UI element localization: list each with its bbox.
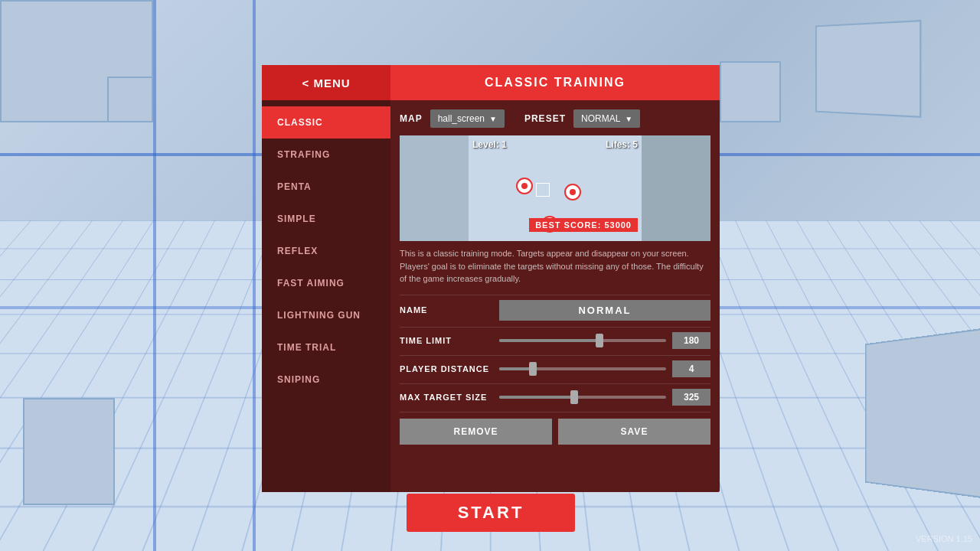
chevron-down-icon: ▼ — [489, 115, 497, 123]
sidebar: CLASSICSTRAFINGPENTASIMPLEREFLEXFAST AIM… — [262, 100, 390, 492]
best-score-badge: BEST SCORE: 53000 — [529, 218, 638, 232]
crosshair-icon — [536, 183, 550, 197]
bg-line — [253, 0, 256, 551]
version-label: VERSION 1.15 — [916, 534, 972, 543]
preview-left-panel — [400, 135, 469, 241]
bg-block — [107, 77, 153, 122]
bg-line — [153, 0, 156, 551]
action-buttons: REMOVE SAVE — [400, 412, 710, 448]
level-display: Level: 1 — [472, 139, 507, 150]
main-panel: < MENU CLASSIC TRAINING CLASSICSTRAFINGP… — [262, 65, 720, 492]
sidebar-item-reflex[interactable]: REFLEX — [262, 235, 390, 267]
page-title: CLASSIC TRAINING — [390, 76, 720, 90]
sidebar-item-time_trial[interactable]: TIME TRIAL — [262, 331, 390, 364]
time-limit-value: 180 — [672, 332, 710, 349]
setting-row-max-target-size: MAX TARGET SIZE 325 — [400, 383, 710, 410]
bg-block — [720, 61, 781, 122]
preset-label: PRESET — [524, 113, 566, 124]
sidebar-item-strafing[interactable]: STRAFING — [262, 139, 390, 171]
target-circle — [564, 184, 581, 201]
slider-thumb[interactable] — [529, 362, 537, 376]
start-button[interactable]: START — [407, 494, 575, 532]
bg-block — [865, 328, 980, 498]
menu-button[interactable]: < MENU — [262, 65, 390, 100]
setting-row-time-limit: TIME LIMIT 180 — [400, 327, 710, 354]
preview-right-panel — [642, 135, 710, 241]
save-button[interactable]: SAVE — [558, 419, 710, 445]
setting-control-time-limit: 180 — [499, 332, 710, 349]
map-value: hall_screen — [438, 113, 485, 124]
setting-control-name: NORMAL — [499, 300, 710, 321]
header-bar: < MENU CLASSIC TRAINING — [262, 65, 720, 100]
player-distance-value: 4 — [672, 360, 710, 377]
max-target-size-slider[interactable] — [499, 396, 666, 399]
slider-fill — [499, 367, 533, 370]
right-panel-wrapper: MAP hall_screen ▼ PRESET NORMAL ▼ — [390, 100, 720, 492]
slider-fill — [499, 396, 574, 399]
setting-label-player-distance: PLAYER DISTANCE — [400, 364, 499, 373]
slider-thumb[interactable] — [596, 334, 603, 347]
preview-hud: Level: 1 Lifes: 5 — [472, 139, 638, 150]
right-panel: MAP hall_screen ▼ PRESET NORMAL ▼ — [390, 100, 720, 457]
settings-panel: NAME NORMAL TIME LIMIT — [400, 295, 710, 448]
bg-block — [23, 398, 115, 505]
lifes-display: Lifes: 5 — [606, 139, 638, 150]
sidebar-item-penta[interactable]: PENTA — [262, 171, 390, 203]
preset-name-display: NORMAL — [499, 300, 710, 321]
mode-description: This is a classic training mode. Targets… — [400, 247, 710, 285]
map-dropdown[interactable]: hall_screen ▼ — [430, 109, 505, 128]
map-preset-row: MAP hall_screen ▼ PRESET NORMAL ▼ — [400, 109, 710, 128]
chevron-down-icon: ▼ — [625, 115, 632, 123]
preview-area: Level: 1 Lifes: 5 BEST SCORE: 53000 — [400, 135, 710, 241]
sidebar-item-fast_aiming[interactable]: FAST AIMING — [262, 267, 390, 299]
setting-control-max-target-size: 325 — [499, 389, 710, 406]
max-target-size-value: 325 — [672, 389, 710, 406]
setting-control-player-distance: 4 — [499, 360, 710, 377]
preset-dropdown[interactable]: NORMAL ▼ — [573, 109, 640, 128]
sidebar-item-classic[interactable]: CLASSIC — [262, 106, 390, 139]
bg-block — [815, 20, 921, 118]
remove-button[interactable]: REMOVE — [400, 419, 552, 445]
sidebar-item-simple[interactable]: SIMPLE — [262, 203, 390, 235]
map-label: MAP — [400, 113, 423, 124]
content-area: CLASSICSTRAFINGPENTASIMPLEREFLEXFAST AIM… — [262, 100, 720, 492]
slider-thumb[interactable] — [570, 390, 578, 404]
setting-label-time-limit: TIME LIMIT — [400, 336, 499, 345]
target-circle — [516, 178, 533, 194]
sidebar-item-lightning_gun[interactable]: LIGHTNING GUN — [262, 299, 390, 331]
start-button-container: START — [262, 494, 720, 532]
setting-label-max-target-size: MAX TARGET SIZE — [400, 393, 499, 402]
setting-row-player-distance: PLAYER DISTANCE 4 — [400, 355, 710, 382]
setting-row-name: NAME NORMAL — [400, 295, 710, 325]
preset-value: NORMAL — [581, 113, 620, 124]
slider-fill — [499, 339, 599, 342]
setting-label-name: NAME — [400, 305, 499, 315]
player-distance-slider[interactable] — [499, 367, 666, 370]
sidebar-item-sniping[interactable]: SNIPING — [262, 364, 390, 396]
time-limit-slider[interactable] — [499, 339, 666, 342]
